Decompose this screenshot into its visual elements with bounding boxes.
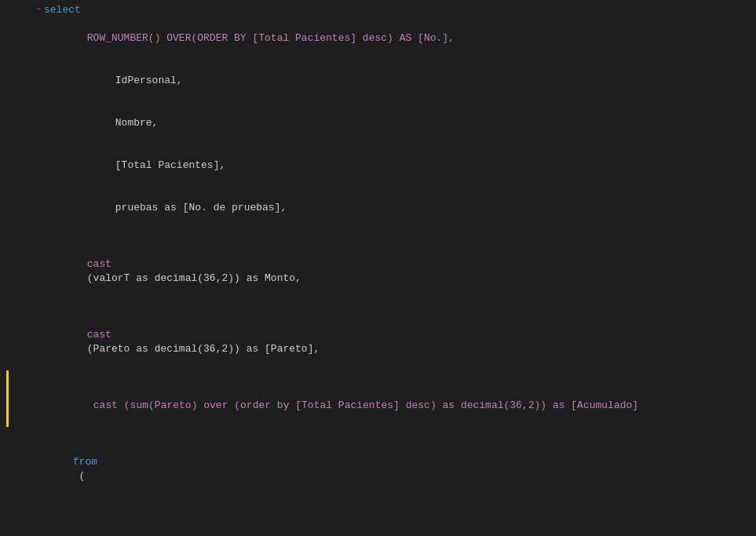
sql-line-content: [Total Pacientes],	[50, 144, 750, 187]
sql-line-content: cast (valorT as decimal(36,2)) as Monto,	[50, 229, 750, 300]
sql-line-content: pruebas as [No. de pruebas],	[50, 187, 750, 229]
sql-select-1: select	[44, 3, 750, 17]
sql-editor: − select ROW_NUMBER() OVER(ORDER BY [Tot…	[0, 0, 756, 536]
sql-line-5: [Total Pacientes],	[0, 144, 756, 187]
sql-line-content	[36, 427, 750, 441]
sql-line-6: pruebas as [No. de pruebas],	[0, 187, 756, 229]
sql-line-7: cast (valorT as decimal(36,2)) as Monto,	[0, 229, 756, 300]
sql-line-content: from (	[36, 441, 750, 498]
sql-line-13	[0, 512, 756, 526]
sql-line-content	[36, 498, 750, 512]
sql-line-14	[0, 526, 756, 536]
yellow-marker	[6, 370, 9, 427]
sql-line-content	[36, 526, 750, 536]
sql-line-content: ROW_NUMBER() OVER(ORDER BY [Total Pacien…	[50, 17, 750, 60]
sql-line-4: Nombre,	[0, 102, 756, 144]
sql-line-3: IdPersonal,	[0, 60, 756, 102]
sql-line-content: Nombre,	[50, 102, 750, 144]
sql-line-content: cast (sum(Pareto) over (order by [Total …	[57, 370, 750, 427]
sql-line-content: cast (Pareto as decimal(36,2)) as [Paret…	[50, 300, 750, 370]
sql-line-11: from (	[0, 441, 756, 498]
sql-line-content	[36, 512, 750, 526]
sql-line-12	[0, 498, 756, 512]
collapse-icon[interactable]: −	[36, 3, 41, 17]
sql-line-10	[0, 427, 756, 441]
sql-line-8: cast (Pareto as decimal(36,2)) as [Paret…	[0, 300, 756, 370]
sql-line-content: IdPersonal,	[50, 60, 750, 102]
sql-line-1: − select	[0, 3, 756, 17]
sql-line-9: cast (sum(Pareto) over (order by [Total …	[0, 370, 756, 427]
sql-line-2: ROW_NUMBER() OVER(ORDER BY [Total Pacien…	[0, 17, 756, 60]
